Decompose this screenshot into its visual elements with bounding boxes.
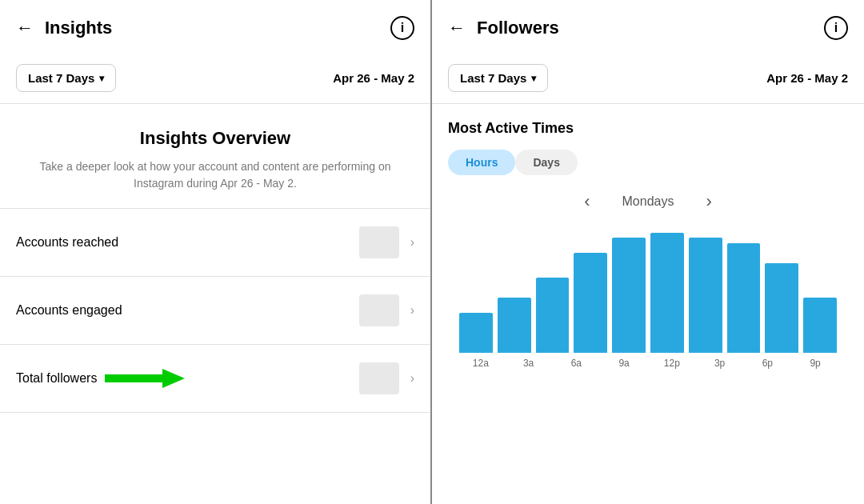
bar-7	[727, 243, 761, 354]
green-arrow-icon	[105, 369, 185, 388]
followers-date-range: Apr 26 - May 2	[766, 71, 848, 85]
toggle-days-button[interactable]: Days	[515, 150, 577, 175]
time-toggle-group: Hours Days	[448, 150, 848, 175]
metric-row-accounts-reached[interactable]: Accounts reached ›	[0, 209, 430, 277]
bar-1	[498, 298, 531, 353]
insights-title: Insights	[45, 18, 390, 38]
bar-4	[612, 238, 646, 353]
insights-overview-subtitle: Take a deeper look at how your account a…	[16, 158, 414, 192]
metric-label-accounts-reached: Accounts reached	[16, 235, 118, 250]
bar-0	[459, 313, 493, 353]
bar-label-0: 12a	[459, 358, 502, 369]
bar-6	[689, 238, 722, 353]
chevron-right-icon: ›	[410, 235, 414, 250]
next-day-button[interactable]: ›	[706, 191, 711, 212]
followers-date-filter-button[interactable]: Last 7 Days ▾	[448, 64, 548, 92]
bar-8	[765, 263, 798, 354]
bar-label-1: 3a	[507, 358, 550, 369]
insights-overview-section: Insights Overview Take a deeper look at …	[0, 104, 430, 209]
green-arrow-indicator	[105, 369, 185, 388]
metric-label-total-followers: Total followers	[16, 371, 97, 386]
followers-info-button[interactable]: i	[824, 16, 848, 40]
followers-back-button[interactable]: ←	[448, 18, 466, 38]
followers-title: Followers	[477, 18, 824, 38]
metrics-list: Accounts reached › Accounts engaged › To…	[0, 209, 430, 504]
most-active-section: Most Active Times Hours Days ‹ Mondays ›…	[432, 104, 864, 377]
bar-chart: 12a3a6a9a12p3p6p9p	[448, 225, 848, 369]
followers-panel: ← Followers i Last 7 Days ▾ Apr 26 - May…	[432, 0, 864, 504]
bar-9	[803, 298, 837, 353]
metric-value-total-followers	[359, 362, 399, 394]
metric-row-total-followers[interactable]: Total followers ›	[0, 345, 430, 413]
bar-3	[574, 253, 607, 353]
toggle-hours-button[interactable]: Hours	[448, 150, 515, 175]
followers-header: ← Followers i	[432, 0, 864, 56]
metric-right-total-followers: ›	[359, 362, 414, 394]
bar-5	[650, 233, 684, 353]
insights-overview-title: Insights Overview	[16, 128, 414, 149]
insights-back-button[interactable]: ←	[16, 18, 34, 38]
bar-label-5: 3p	[698, 358, 742, 369]
insights-date-range: Apr 26 - May 2	[333, 71, 414, 85]
bar-label-3: 9a	[602, 358, 646, 369]
insights-date-filter-button[interactable]: Last 7 Days ▾	[16, 64, 116, 92]
metric-row-accounts-engaged[interactable]: Accounts engaged ›	[0, 277, 430, 345]
chevron-down-icon: ▾	[99, 73, 104, 84]
metric-right-accounts-engaged: ›	[359, 294, 414, 326]
followers-chevron-down-icon: ▾	[531, 73, 536, 84]
current-day-label: Mondays	[622, 194, 674, 209]
day-navigation: ‹ Mondays ›	[448, 191, 848, 212]
metric-label-accounts-engaged: Accounts engaged	[16, 303, 122, 318]
chevron-right-icon-3: ›	[410, 371, 414, 386]
metric-right-accounts-reached: ›	[359, 226, 414, 258]
insights-info-button[interactable]: i	[390, 16, 414, 40]
insights-panel: ← Insights i Last 7 Days ▾ Apr 26 - May …	[0, 0, 432, 504]
bar-label-6: 6p	[746, 358, 790, 369]
bar-labels: 12a3a6a9a12p3p6p9p	[459, 358, 837, 369]
bar-label-4: 12p	[650, 358, 694, 369]
metric-value-accounts-reached	[359, 226, 399, 258]
followers-filter-row: Last 7 Days ▾ Apr 26 - May 2	[432, 56, 864, 104]
insights-filter-row: Last 7 Days ▾ Apr 26 - May 2	[0, 56, 430, 104]
svg-marker-0	[105, 369, 185, 388]
most-active-title: Most Active Times	[448, 120, 848, 137]
bar-2	[536, 278, 570, 353]
bar-label-2: 6a	[555, 358, 598, 369]
metric-left-total-followers: Total followers	[16, 369, 185, 388]
chevron-right-icon-2: ›	[410, 303, 414, 318]
insights-header: ← Insights i	[0, 0, 430, 56]
bars-wrapper	[459, 225, 837, 353]
prev-day-button[interactable]: ‹	[584, 191, 590, 212]
metric-value-accounts-engaged	[359, 294, 399, 326]
bar-label-7: 9p	[794, 358, 837, 369]
